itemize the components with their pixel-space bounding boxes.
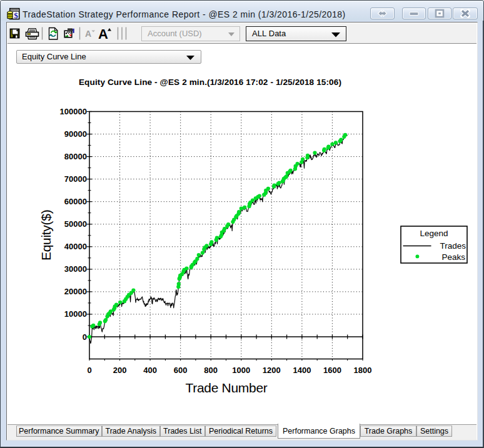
- svg-text:0: 0: [83, 332, 87, 342]
- svg-text:Trades: Trades: [440, 241, 466, 251]
- svg-text:1800: 1800: [354, 366, 372, 375]
- svg-text:30000: 30000: [64, 264, 87, 274]
- svg-text:0: 0: [87, 366, 91, 375]
- svg-text:1200: 1200: [263, 366, 281, 375]
- svg-text:100000: 100000: [60, 107, 87, 116]
- svg-text:90000: 90000: [64, 129, 87, 139]
- svg-text:10000: 10000: [64, 309, 87, 319]
- svg-text:Equity Curve Line - @ES 2 min.: Equity Curve Line - @ES 2 min.(1/3/2016 …: [79, 77, 341, 87]
- svg-text:80000: 80000: [64, 152, 87, 161]
- svg-text:Peaks: Peaks: [441, 252, 465, 262]
- svg-text:20000: 20000: [64, 287, 87, 296]
- svg-text:800: 800: [204, 366, 218, 375]
- svg-text:1000: 1000: [232, 366, 250, 375]
- svg-text:200: 200: [113, 366, 127, 375]
- svg-text:400: 400: [143, 366, 157, 375]
- svg-text:600: 600: [174, 366, 188, 375]
- svg-text:Legend: Legend: [420, 229, 448, 238]
- svg-text:1400: 1400: [293, 366, 311, 375]
- svg-text:50000: 50000: [64, 219, 87, 229]
- svg-text:60000: 60000: [64, 197, 87, 206]
- svg-text:70000: 70000: [64, 174, 87, 184]
- svg-text:Equity($): Equity($): [39, 210, 53, 261]
- svg-text:1600: 1600: [323, 366, 341, 375]
- svg-text:Trade Number: Trade Number: [185, 381, 267, 395]
- svg-text:40000: 40000: [64, 242, 87, 251]
